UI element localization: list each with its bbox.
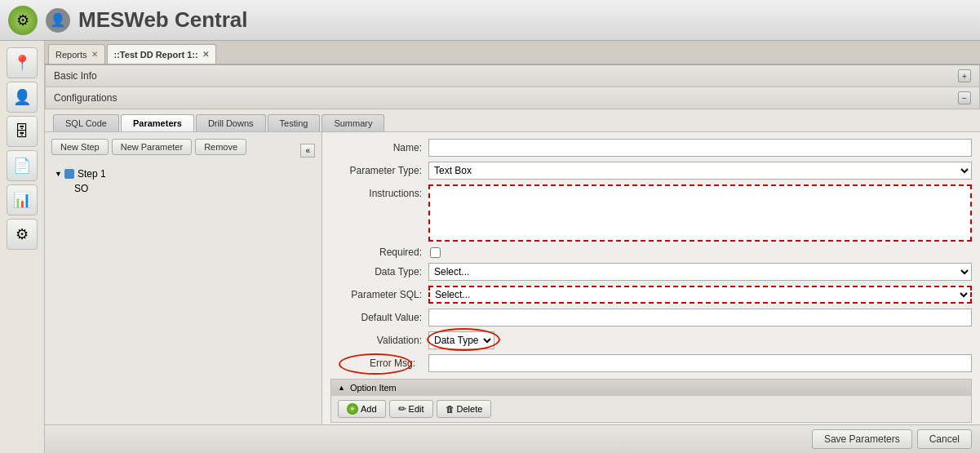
sidebar: 📍 👤 🗄 📄 📊 ⚙ — [0, 41, 45, 453]
tree-step1-label: Step 1 — [78, 168, 106, 180]
save-parameters-button[interactable]: Save Parameters — [812, 429, 912, 449]
option-toolbar: + Add ✏ Edit 🗑 Delete — [331, 396, 971, 422]
name-label: Name: — [330, 142, 428, 153]
data-type-row: Data Type: Select... — [330, 263, 972, 281]
basic-info-collapse-btn[interactable]: + — [958, 69, 971, 82]
sidebar-btn-user[interactable]: 👤 — [7, 82, 38, 113]
bottom-bar: Save Parameters Cancel — [45, 424, 980, 453]
tab-test-dd-close[interactable]: ✕ — [202, 50, 209, 59]
parameter-sql-row: Parameter SQL: Select... — [330, 286, 972, 304]
name-input[interactable] — [428, 139, 972, 157]
validation-row: Validation: Data Type None Custom — [330, 331, 972, 349]
configurations-collapse-btn[interactable]: − — [958, 91, 971, 104]
default-value-label: Default Value: — [330, 312, 428, 323]
sidebar-btn-document[interactable]: 📄 — [7, 150, 38, 181]
tree-step-icon — [64, 169, 74, 179]
app-header: ⚙ 👤 MESWeb Central — [0, 0, 980, 41]
new-step-button[interactable]: New Step — [51, 139, 109, 155]
remove-button[interactable]: Remove — [195, 139, 246, 155]
parameter-type-select[interactable]: Text Box Dropdown Date Checkbox — [428, 162, 972, 180]
add-option-button[interactable]: + Add — [338, 400, 386, 418]
user-avatar-icon: 👤 — [46, 8, 70, 33]
parameter-type-label: Parameter Type: — [330, 165, 428, 176]
add-icon: + — [347, 403, 358, 415]
tab-reports-close[interactable]: ✕ — [91, 50, 98, 59]
name-row: Name: — [330, 139, 972, 157]
left-panel-toolbar: New Step New Parameter Remove — [51, 139, 246, 155]
error-msg-row: Error Msg: — [330, 354, 972, 372]
tab-summary[interactable]: Summary — [321, 114, 384, 131]
tree-child-row[interactable]: SO — [51, 181, 315, 194]
main-content: Basic Info + Configurations − SQL Code P… — [45, 65, 980, 453]
tab-drill-downs[interactable]: Drill Downs — [196, 114, 266, 131]
basic-info-header: Basic Info + — [45, 65, 980, 87]
tab-test-dd-label: ::Test DD Report 1:: — [114, 50, 198, 60]
panel-collapse-button[interactable]: « — [300, 144, 315, 158]
tab-sql-code[interactable]: SQL Code — [53, 114, 119, 131]
option-collapse-icon[interactable]: ▲ — [338, 384, 345, 392]
tab-test-dd-report[interactable]: ::Test DD Report 1:: ✕ — [107, 44, 216, 64]
content-body: New Step New Parameter Remove « ▼ Step 1… — [45, 132, 980, 429]
sub-tab-bar: SQL Code Parameters Drill Downs Testing … — [45, 109, 980, 132]
option-item-header: ▲ Option Item — [331, 380, 971, 396]
cancel-button[interactable]: Cancel — [917, 429, 972, 449]
parameter-sql-select[interactable]: Select... — [428, 286, 972, 304]
validation-select[interactable]: Data Type None Custom — [428, 331, 494, 349]
parameter-sql-label: Parameter SQL: — [330, 289, 428, 300]
data-type-label: Data Type: — [330, 266, 428, 278]
left-panel: New Step New Parameter Remove « ▼ Step 1… — [45, 132, 322, 429]
tab-bar: Reports ✕ ::Test DD Report 1:: ✕ — [45, 41, 980, 65]
app-logo-icon: ⚙ — [8, 6, 38, 35]
default-value-input[interactable] — [428, 309, 972, 326]
required-checkbox[interactable] — [430, 247, 441, 258]
option-item-section: ▲ Option Item + Add ✏ Edit 🗑 Delete — [330, 379, 972, 423]
instructions-row: Instructions: — [330, 184, 972, 242]
instructions-label: Instructions: — [330, 184, 428, 199]
configurations-label: Configurations — [54, 92, 117, 104]
tab-reports[interactable]: Reports ✕ — [48, 44, 105, 64]
error-msg-input[interactable] — [428, 354, 972, 372]
data-type-select[interactable]: Select... — [428, 263, 972, 281]
sidebar-btn-database[interactable]: 🗄 — [7, 116, 38, 147]
tab-reports-label: Reports — [55, 50, 87, 60]
delete-icon: 🗑 — [446, 404, 455, 414]
configurations-header: Configurations − — [45, 87, 980, 109]
validation-label: Validation: — [330, 335, 428, 346]
tab-parameters[interactable]: Parameters — [121, 114, 194, 131]
sidebar-btn-settings[interactable]: ⚙ — [7, 219, 38, 250]
sidebar-btn-location[interactable]: 📍 — [7, 47, 38, 78]
delete-option-button[interactable]: 🗑 Delete — [437, 400, 492, 418]
tree-expand-icon: ▼ — [55, 170, 62, 178]
app-title: MESWeb Central — [78, 7, 248, 33]
tree-step1-row[interactable]: ▼ Step 1 — [51, 167, 315, 181]
required-label: Required: — [330, 246, 428, 258]
basic-info-label: Basic Info — [54, 70, 97, 82]
default-value-row: Default Value: — [330, 309, 972, 326]
option-item-label: Option Item — [350, 383, 397, 393]
required-row: Required: — [330, 246, 972, 258]
tab-testing[interactable]: Testing — [268, 114, 321, 131]
edit-icon: ✏ — [398, 403, 406, 415]
right-panel: Name: Parameter Type: Text Box Dropdown … — [322, 132, 980, 429]
error-msg-label: Error Msg: — [370, 358, 422, 369]
instructions-textarea[interactable] — [428, 184, 972, 242]
tree-child-label: SO — [74, 183, 88, 194]
edit-option-button[interactable]: ✏ Edit — [389, 400, 433, 418]
parameter-type-row: Parameter Type: Text Box Dropdown Date C… — [330, 162, 972, 180]
sidebar-btn-chart[interactable]: 📊 — [7, 184, 38, 215]
new-parameter-button[interactable]: New Parameter — [112, 139, 192, 155]
